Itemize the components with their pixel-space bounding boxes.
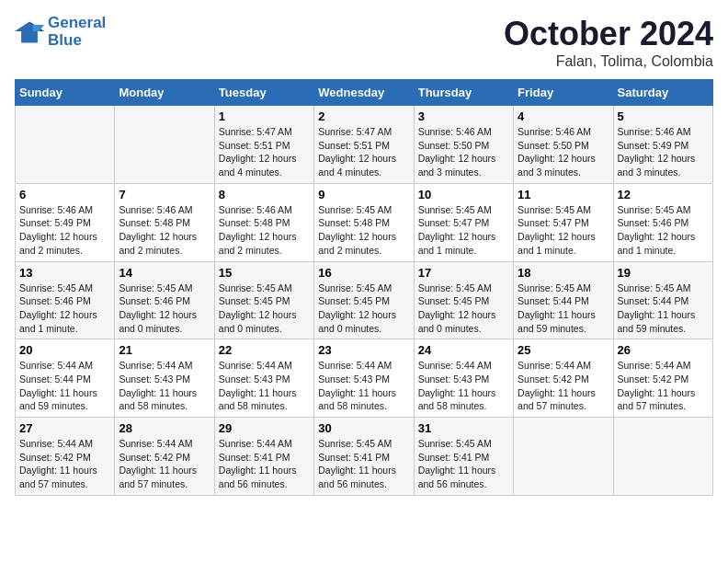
calendar-day-cell: 7Sunrise: 5:46 AMSunset: 5:48 PMDaylight… [115, 183, 214, 261]
day-detail: Sunrise: 5:44 AMSunset: 5:42 PMDaylight:… [618, 359, 709, 413]
location-title: Falan, Tolima, Colombia [504, 53, 713, 70]
day-number: 18 [518, 266, 609, 280]
month-title: October 2024 [504, 15, 713, 53]
calendar-day-cell: 16Sunrise: 5:45 AMSunset: 5:45 PMDayligh… [314, 261, 414, 339]
day-detail: Sunrise: 5:44 AMSunset: 5:43 PMDaylight:… [318, 359, 409, 413]
svg-marker-0 [15, 21, 44, 42]
day-detail: Sunrise: 5:45 AMSunset: 5:44 PMDaylight:… [518, 282, 609, 336]
calendar-day-cell: 17Sunrise: 5:45 AMSunset: 5:45 PMDayligh… [414, 261, 513, 339]
weekday-header: Thursday [414, 80, 513, 106]
calendar-day-cell: 15Sunrise: 5:45 AMSunset: 5:45 PMDayligh… [214, 261, 313, 339]
weekday-header: Monday [115, 80, 214, 106]
weekday-header: Sunday [16, 80, 115, 106]
calendar-day-cell: 27Sunrise: 5:44 AMSunset: 5:42 PMDayligh… [16, 418, 115, 496]
day-number: 16 [318, 266, 409, 280]
day-number: 31 [418, 421, 509, 435]
calendar-day-cell: 13Sunrise: 5:45 AMSunset: 5:46 PMDayligh… [16, 261, 115, 339]
calendar-day-cell: 4Sunrise: 5:46 AMSunset: 5:50 PMDaylight… [514, 106, 613, 184]
calendar-day-cell [613, 418, 712, 496]
day-number: 7 [119, 188, 210, 201]
day-detail: Sunrise: 5:44 AMSunset: 5:43 PMDaylight:… [219, 359, 310, 413]
day-number: 11 [518, 188, 609, 201]
day-detail: Sunrise: 5:44 AMSunset: 5:42 PMDaylight:… [19, 437, 110, 491]
day-detail: Sunrise: 5:45 AMSunset: 5:45 PMDaylight:… [219, 282, 310, 336]
day-detail: Sunrise: 5:45 AMSunset: 5:46 PMDaylight:… [119, 282, 210, 336]
day-number: 12 [618, 188, 709, 201]
title-area: October 2024 Falan, Tolima, Colombia [504, 15, 713, 70]
calendar-day-cell: 29Sunrise: 5:44 AMSunset: 5:41 PMDayligh… [214, 418, 313, 496]
calendar-day-cell: 11Sunrise: 5:45 AMSunset: 5:47 PMDayligh… [514, 183, 613, 261]
weekday-header: Wednesday [314, 80, 414, 106]
day-number: 29 [219, 421, 310, 435]
day-detail: Sunrise: 5:46 AMSunset: 5:49 PMDaylight:… [19, 203, 110, 258]
calendar-day-cell: 30Sunrise: 5:45 AMSunset: 5:41 PMDayligh… [314, 418, 414, 496]
calendar-day-cell: 24Sunrise: 5:44 AMSunset: 5:43 PMDayligh… [414, 339, 513, 418]
calendar-week-row: 1Sunrise: 5:47 AMSunset: 5:51 PMDaylight… [16, 106, 713, 184]
day-detail: Sunrise: 5:44 AMSunset: 5:43 PMDaylight:… [418, 359, 509, 413]
calendar-week-row: 13Sunrise: 5:45 AMSunset: 5:46 PMDayligh… [16, 261, 713, 339]
calendar-week-row: 20Sunrise: 5:44 AMSunset: 5:44 PMDayligh… [16, 339, 713, 418]
calendar-day-cell: 26Sunrise: 5:44 AMSunset: 5:42 PMDayligh… [613, 339, 712, 418]
day-number: 15 [219, 266, 310, 280]
day-detail: Sunrise: 5:44 AMSunset: 5:41 PMDaylight:… [219, 437, 310, 491]
day-detail: Sunrise: 5:47 AMSunset: 5:51 PMDaylight:… [219, 125, 310, 179]
day-detail: Sunrise: 5:44 AMSunset: 5:43 PMDaylight:… [119, 359, 210, 413]
calendar-day-cell: 14Sunrise: 5:45 AMSunset: 5:46 PMDayligh… [115, 261, 214, 339]
calendar-day-cell: 19Sunrise: 5:45 AMSunset: 5:44 PMDayligh… [613, 261, 712, 339]
day-detail: Sunrise: 5:47 AMSunset: 5:51 PMDaylight:… [318, 125, 409, 179]
day-number: 24 [418, 343, 509, 357]
calendar-day-cell: 31Sunrise: 5:45 AMSunset: 5:41 PMDayligh… [414, 418, 513, 496]
day-detail: Sunrise: 5:46 AMSunset: 5:48 PMDaylight:… [119, 203, 210, 258]
day-number: 21 [119, 343, 210, 357]
calendar-day-cell [16, 106, 115, 184]
day-number: 3 [418, 109, 509, 123]
day-number: 9 [318, 188, 409, 201]
day-number: 19 [618, 266, 709, 280]
day-number: 13 [19, 266, 110, 280]
weekday-header: Friday [514, 80, 613, 106]
day-detail: Sunrise: 5:45 AMSunset: 5:46 PMDaylight:… [19, 282, 110, 336]
day-number: 1 [219, 109, 310, 123]
calendar-day-cell: 22Sunrise: 5:44 AMSunset: 5:43 PMDayligh… [214, 339, 313, 418]
day-number: 2 [318, 109, 409, 123]
day-number: 10 [418, 188, 509, 201]
day-detail: Sunrise: 5:46 AMSunset: 5:49 PMDaylight:… [618, 125, 709, 179]
day-number: 23 [318, 343, 409, 357]
calendar-day-cell: 25Sunrise: 5:44 AMSunset: 5:42 PMDayligh… [514, 339, 613, 418]
day-number: 17 [418, 266, 509, 280]
day-detail: Sunrise: 5:45 AMSunset: 5:45 PMDaylight:… [318, 282, 409, 336]
day-detail: Sunrise: 5:46 AMSunset: 5:48 PMDaylight:… [219, 203, 310, 258]
calendar-day-cell [115, 106, 214, 184]
calendar-day-cell: 9Sunrise: 5:45 AMSunset: 5:48 PMDaylight… [314, 183, 414, 261]
calendar-day-cell: 8Sunrise: 5:46 AMSunset: 5:48 PMDaylight… [214, 183, 313, 261]
day-detail: Sunrise: 5:46 AMSunset: 5:50 PMDaylight:… [418, 125, 509, 179]
day-number: 28 [119, 421, 210, 435]
day-detail: Sunrise: 5:45 AMSunset: 5:41 PMDaylight:… [418, 437, 509, 491]
day-detail: Sunrise: 5:45 AMSunset: 5:46 PMDaylight:… [618, 203, 709, 258]
day-number: 5 [618, 109, 709, 123]
day-detail: Sunrise: 5:44 AMSunset: 5:44 PMDaylight:… [19, 359, 110, 413]
calendar-day-cell: 18Sunrise: 5:45 AMSunset: 5:44 PMDayligh… [514, 261, 613, 339]
calendar-week-row: 27Sunrise: 5:44 AMSunset: 5:42 PMDayligh… [16, 418, 713, 496]
day-number: 8 [219, 188, 310, 201]
day-number: 20 [19, 343, 110, 357]
day-number: 22 [219, 343, 310, 357]
day-number: 27 [19, 421, 110, 435]
day-detail: Sunrise: 5:44 AMSunset: 5:42 PMDaylight:… [518, 359, 609, 413]
day-detail: Sunrise: 5:45 AMSunset: 5:44 PMDaylight:… [618, 282, 709, 336]
calendar-day-cell: 12Sunrise: 5:45 AMSunset: 5:46 PMDayligh… [613, 183, 712, 261]
calendar-day-cell: 1Sunrise: 5:47 AMSunset: 5:51 PMDaylight… [214, 106, 313, 184]
logo-text: General Blue [48, 15, 106, 49]
day-number: 25 [518, 343, 609, 357]
calendar-day-cell: 10Sunrise: 5:45 AMSunset: 5:47 PMDayligh… [414, 183, 513, 261]
calendar-day-cell: 28Sunrise: 5:44 AMSunset: 5:42 PMDayligh… [115, 418, 214, 496]
weekday-header: Saturday [613, 80, 712, 106]
calendar-day-cell: 5Sunrise: 5:46 AMSunset: 5:49 PMDaylight… [613, 106, 712, 184]
calendar-table: SundayMondayTuesdayWednesdayThursdayFrid… [15, 79, 713, 496]
day-detail: Sunrise: 5:45 AMSunset: 5:41 PMDaylight:… [318, 437, 409, 491]
day-detail: Sunrise: 5:45 AMSunset: 5:47 PMDaylight:… [518, 203, 609, 258]
day-number: 30 [318, 421, 409, 435]
calendar-day-cell: 2Sunrise: 5:47 AMSunset: 5:51 PMDaylight… [314, 106, 414, 184]
calendar-day-cell: 21Sunrise: 5:44 AMSunset: 5:43 PMDayligh… [115, 339, 214, 418]
calendar-day-cell: 3Sunrise: 5:46 AMSunset: 5:50 PMDaylight… [414, 106, 513, 184]
